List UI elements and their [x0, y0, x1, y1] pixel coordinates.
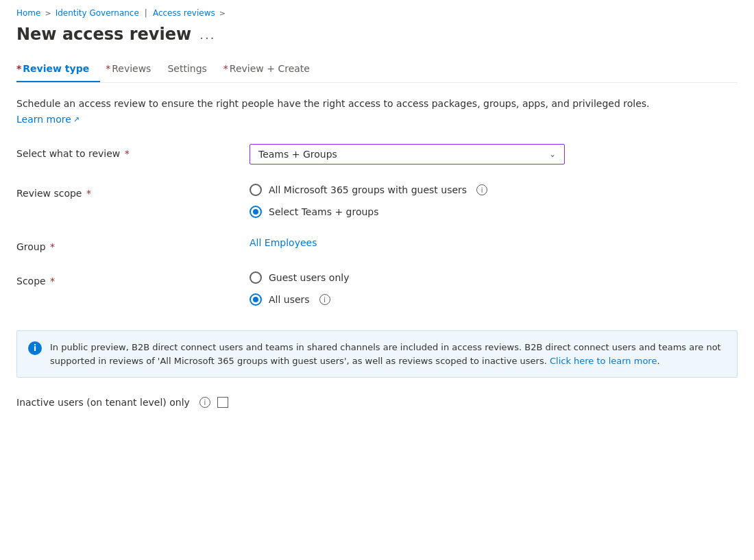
select-what-star: *	[121, 148, 129, 159]
breadcrumb-sep-1: >	[45, 9, 51, 18]
scope-option-select-teams[interactable]: Select Teams + groups	[250, 206, 738, 218]
breadcrumb-sep-2: >	[219, 9, 226, 18]
info-banner-icon: i	[28, 341, 42, 355]
inactive-users-checkbox[interactable]	[217, 397, 228, 408]
review-scope-label: Review scope *	[16, 184, 250, 199]
description-text: Schedule an access review to ensure the …	[16, 97, 738, 111]
tab-review-create[interactable]: *Review + Create	[223, 58, 321, 82]
tab-reviews[interactable]: *Reviews	[106, 58, 162, 82]
learn-more-link[interactable]: Learn more ↗	[16, 114, 80, 125]
scope-label: Scope *	[16, 271, 250, 287]
review-scope-content: All Microsoft 365 groups with guest user…	[250, 184, 738, 218]
tab-review-create-star: *	[223, 63, 228, 74]
scope-content: Guest users only All users i	[250, 271, 738, 306]
review-scope-section: Review scope * All Microsoft 365 groups …	[16, 184, 738, 218]
chevron-down-icon: ⌄	[549, 149, 556, 159]
select-what-label: Select what to review *	[16, 144, 250, 159]
scope-option-all-groups[interactable]: All Microsoft 365 groups with guest user…	[250, 184, 738, 196]
inactive-users-label: Inactive users (on tenant level) only	[16, 397, 190, 408]
tab-review-type-star: *	[16, 63, 21, 74]
scope-section: Scope * Guest users only All users i	[16, 271, 738, 306]
scope-radio-all-groups[interactable]	[250, 184, 262, 196]
scope-radio-select-teams-inner	[253, 209, 258, 215]
page-title-row: New access review ...	[16, 25, 738, 44]
scope-radio-guest-users[interactable]	[250, 271, 262, 284]
tab-review-type[interactable]: *Review type	[16, 58, 100, 82]
breadcrumb-home[interactable]: Home	[16, 8, 40, 18]
inactive-users-info-icon[interactable]: i	[199, 397, 210, 408]
info-banner-link[interactable]: Click here to learn more	[550, 356, 657, 366]
external-link-icon: ↗	[73, 115, 80, 124]
select-what-section: Select what to review * Teams + Groups ⌄	[16, 144, 738, 165]
tabs-container: *Review type *Reviews Settings *Review +…	[16, 58, 738, 83]
breadcrumb: Home > Identity Governance | Access revi…	[16, 0, 738, 25]
info-banner: i In public preview, B2B direct connect …	[16, 330, 738, 378]
scope-guest-users-option[interactable]: Guest users only	[250, 271, 738, 284]
scope-radio-all-users[interactable]	[250, 293, 262, 306]
breadcrumb-divider: |	[145, 8, 147, 18]
inactive-users-row: Inactive users (on tenant level) only i	[16, 397, 738, 408]
group-section: Group * All Employees	[16, 237, 738, 252]
group-value-link[interactable]: All Employees	[250, 237, 317, 248]
tab-settings[interactable]: Settings	[167, 58, 217, 82]
scope-all-groups-info-icon[interactable]: i	[476, 184, 487, 195]
scope-all-users-info-icon[interactable]: i	[319, 294, 330, 305]
breadcrumb-access-reviews[interactable]: Access reviews	[153, 8, 215, 18]
group-content: All Employees	[250, 237, 738, 248]
scope-radio-select-teams[interactable]	[250, 206, 262, 218]
page-title-menu[interactable]: ...	[199, 27, 215, 42]
select-what-dropdown[interactable]: Teams + Groups ⌄	[250, 144, 565, 165]
scope-all-users-option[interactable]: All users i	[250, 293, 738, 306]
group-star: *	[47, 241, 55, 252]
breadcrumb-identity-governance[interactable]: Identity Governance	[56, 8, 139, 18]
info-banner-text: In public preview, B2B direct connect us…	[50, 341, 726, 367]
scope-radio-all-users-inner	[253, 297, 258, 302]
group-label: Group *	[16, 237, 250, 252]
tab-reviews-star: *	[106, 63, 110, 74]
scope-star: *	[47, 276, 55, 287]
select-what-content: Teams + Groups ⌄	[250, 144, 738, 165]
review-scope-star: *	[83, 188, 90, 199]
page-title: New access review	[16, 25, 191, 44]
